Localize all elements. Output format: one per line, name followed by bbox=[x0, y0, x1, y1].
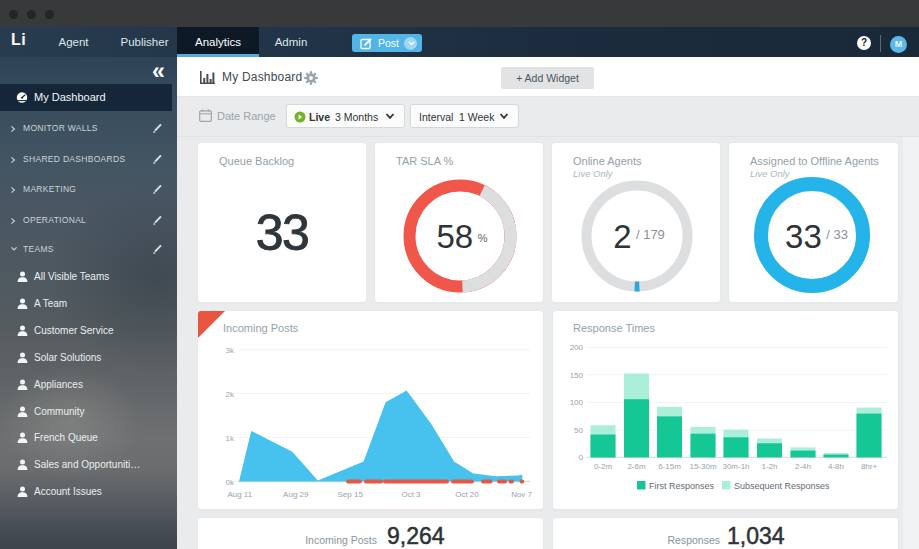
svg-text:Subsequent Responses: Subsequent Responses bbox=[734, 481, 830, 491]
svg-text:4-8h: 4-8h bbox=[828, 462, 844, 471]
svg-text:Aug 11: Aug 11 bbox=[227, 490, 252, 499]
svg-text:Oct 3: Oct 3 bbox=[401, 490, 421, 499]
svg-text:3k: 3k bbox=[226, 346, 235, 355]
svg-text:0: 0 bbox=[579, 453, 584, 462]
svg-text:0-2m: 0-2m bbox=[594, 462, 613, 471]
svg-text:150: 150 bbox=[570, 371, 584, 380]
svg-text:Sep 15: Sep 15 bbox=[338, 490, 364, 499]
svg-text:Nov 7: Nov 7 bbox=[511, 490, 532, 499]
svg-text:200: 200 bbox=[570, 343, 584, 352]
svg-text:100: 100 bbox=[570, 398, 584, 407]
svg-text:1-2h: 1-2h bbox=[761, 462, 777, 471]
svg-text:2-4h: 2-4h bbox=[795, 462, 811, 471]
svg-text:First Responses: First Responses bbox=[649, 481, 715, 491]
svg-text:2-6m: 2-6m bbox=[627, 462, 646, 471]
svg-text:0k: 0k bbox=[226, 478, 235, 487]
svg-text:2k: 2k bbox=[226, 390, 235, 399]
svg-text:8hr+: 8hr+ bbox=[861, 462, 878, 471]
svg-text:6-15m: 6-15m bbox=[658, 462, 681, 471]
svg-text:Aug 29: Aug 29 bbox=[283, 490, 309, 499]
svg-text:50: 50 bbox=[574, 426, 583, 435]
svg-text:1k: 1k bbox=[226, 434, 235, 443]
svg-text:15-30m: 15-30m bbox=[689, 462, 716, 471]
svg-text:30m-1h: 30m-1h bbox=[722, 462, 749, 471]
svg-text:Oct 20: Oct 20 bbox=[455, 490, 479, 499]
